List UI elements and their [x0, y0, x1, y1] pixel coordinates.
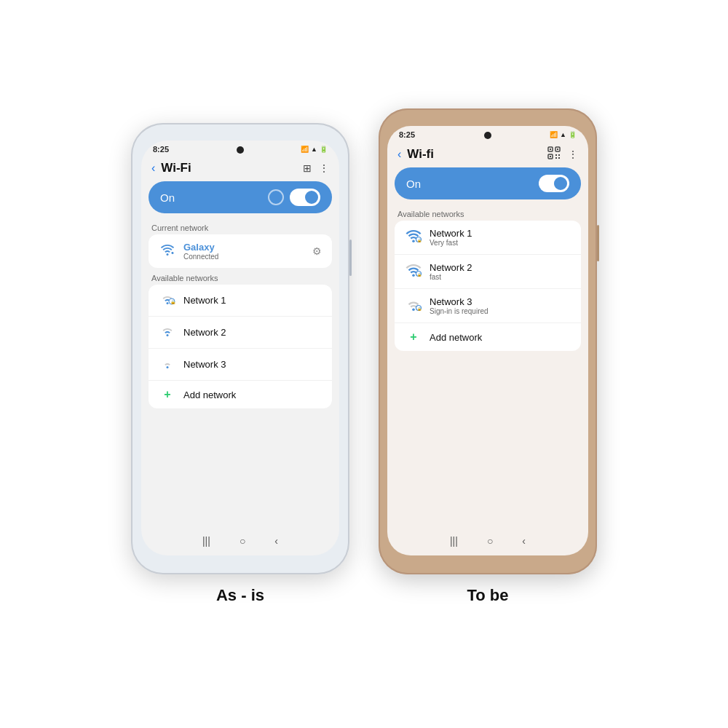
- page-title: Wi-Fi: [161, 161, 297, 175]
- network2-item-2[interactable]: 🔒 Network 2 fast: [395, 255, 581, 289]
- back-button-2[interactable]: ‹: [397, 148, 401, 161]
- available-networks-label-2: Available networks: [387, 205, 588, 221]
- nav-back[interactable]: ‹: [274, 535, 278, 547]
- status-time: 8:25: [153, 145, 169, 154]
- toggle-circle: [268, 189, 284, 205]
- network-info-1: Network 1: [183, 295, 322, 306]
- svg-text:🔒: 🔒: [417, 237, 422, 242]
- nav-recent[interactable]: |||: [202, 535, 210, 547]
- network2-info-2: Network 2 fast: [430, 262, 571, 281]
- wifi2-icon-2: 🔒: [405, 263, 422, 281]
- phone-tobe-screen: 8:25 📶 ▲ 🔋 ‹ Wi-fi: [387, 126, 588, 555]
- network2-item-1[interactable]: 🔒 Network 1 Very fast: [395, 221, 581, 255]
- add-network-item[interactable]: + Add network: [149, 381, 332, 408]
- phone-asis: 8:25 📶 ▲ 🔋 ‹ Wi-Fi ⊞ ⋮: [131, 123, 349, 605]
- back-button[interactable]: ‹: [151, 162, 155, 175]
- toggle-switch-2[interactable]: [539, 175, 569, 192]
- toggle-label: On: [160, 191, 175, 204]
- network-item-1[interactable]: 🔒 Network 1: [149, 285, 332, 317]
- settings-icon[interactable]: ⚙: [312, 245, 322, 257]
- phone-tobe-frame: 8:25 📶 ▲ 🔋 ‹ Wi-fi: [379, 108, 597, 574]
- signal-icon: 📶: [301, 146, 309, 153]
- phone-tobe: 8:25 📶 ▲ 🔋 ‹ Wi-fi: [379, 108, 597, 605]
- wifi2-icon-3: 🔒: [405, 297, 422, 315]
- top-icons-2: ⋮: [547, 146, 578, 162]
- toggle-switch[interactable]: [290, 189, 320, 206]
- network2-status-3: Sign-in is required: [430, 307, 571, 315]
- svg-rect-8: [550, 156, 551, 157]
- wifi2-icon-1: 🔒: [405, 229, 422, 247]
- top-icons: ⊞ ⋮: [303, 162, 329, 174]
- wifi-status-icon: ▲: [311, 146, 317, 153]
- current-network-item[interactable]: Galaxy Connected ⚙: [149, 234, 332, 268]
- available-networks-card-2: 🔒 Network 1 Very fast: [395, 221, 581, 351]
- available-networks-card: 🔒 Network 1: [149, 285, 332, 408]
- camera-dot: [237, 146, 244, 154]
- qr-icon[interactable]: [547, 146, 561, 162]
- nav-home[interactable]: ○: [240, 535, 245, 547]
- add-icon: +: [159, 388, 176, 401]
- phone-asis-screen: 8:25 📶 ▲ 🔋 ‹ Wi-Fi ⊞ ⋮: [141, 141, 339, 555]
- current-network-status: Connected: [183, 253, 305, 261]
- wifi-toggle-row[interactable]: On: [149, 181, 332, 213]
- side-button: [349, 240, 352, 276]
- battery-icon: 🔋: [320, 146, 328, 153]
- nav-recent-2[interactable]: |||: [450, 535, 458, 547]
- network-info-3: Network 3: [183, 359, 322, 370]
- available-networks-label: Available networks: [141, 269, 339, 285]
- top-bar: ‹ Wi-Fi ⊞ ⋮: [141, 155, 339, 181]
- page-title-2: Wi-fi: [407, 147, 542, 162]
- network-name-3: Network 3: [183, 359, 322, 370]
- wifi-icon-2: [159, 324, 176, 341]
- more-options-icon[interactable]: ⋮: [319, 162, 329, 174]
- status-time-2: 8:25: [399, 130, 415, 139]
- more-options-icon-2[interactable]: ⋮: [568, 149, 578, 160]
- wifi-status-icon-2: ▲: [560, 131, 566, 138]
- svg-text:🔒: 🔒: [170, 299, 176, 305]
- bottom-nav-2: ||| ○ ‹: [387, 535, 588, 547]
- status-icons: 📶 ▲ 🔋: [301, 146, 328, 153]
- network2-status-2: fast: [430, 273, 571, 281]
- svg-rect-6: [557, 149, 558, 150]
- bottom-nav: ||| ○ ‹: [141, 535, 339, 547]
- svg-rect-10: [558, 154, 560, 156]
- network-item-2[interactable]: Network 2: [149, 317, 332, 349]
- network2-item-3[interactable]: 🔒 Network 3 Sign-in is required: [395, 289, 581, 323]
- phones-comparison: 8:25 📶 ▲ 🔋 ‹ Wi-Fi ⊞ ⋮: [131, 108, 597, 605]
- network2-name-3: Network 3: [430, 296, 571, 307]
- add-network-item-2[interactable]: + Add network: [395, 323, 581, 351]
- svg-text:🔒: 🔒: [417, 272, 422, 277]
- network2-name-2: Network 2: [430, 262, 571, 273]
- svg-rect-9: [555, 154, 557, 156]
- network2-info-1: Network 1 Very fast: [430, 228, 571, 247]
- status-icons-2: 📶 ▲ 🔋: [550, 131, 577, 138]
- current-network-label: Current network: [141, 219, 339, 234]
- add-network-label: Add network: [183, 389, 236, 400]
- nav-home-2[interactable]: ○: [487, 535, 493, 547]
- current-network-name: Galaxy: [183, 242, 305, 253]
- svg-text:🔒: 🔒: [417, 306, 422, 311]
- current-network-card: Galaxy Connected ⚙: [149, 234, 332, 268]
- wifi-toggle-row-2[interactable]: On: [395, 167, 581, 199]
- svg-rect-4: [550, 149, 551, 150]
- add-network-label-2: Add network: [430, 332, 482, 343]
- side-button-2: [597, 225, 599, 261]
- current-network-info: Galaxy Connected: [183, 242, 305, 261]
- svg-rect-12: [558, 157, 560, 159]
- wifi-connected-icon: [159, 243, 176, 260]
- network2-name-1: Network 1: [430, 228, 571, 239]
- label-as-is: As - is: [131, 586, 349, 605]
- wifi-icon-1: 🔒: [159, 292, 176, 309]
- network-item-3[interactable]: Network 3: [149, 349, 332, 381]
- svg-point-0: [172, 252, 174, 254]
- network2-status-1: Very fast: [430, 239, 571, 247]
- top-bar-2: ‹ Wi-fi: [387, 141, 588, 167]
- battery-icon-2: 🔋: [569, 131, 577, 138]
- camera-dot-2: [484, 132, 491, 139]
- add-icon-2: +: [405, 331, 422, 344]
- label-to-be: To be: [379, 586, 597, 605]
- network-name-2: Network 2: [183, 327, 322, 338]
- wifi-qr-icon[interactable]: ⊞: [303, 162, 312, 174]
- nav-back-2[interactable]: ‹: [522, 535, 526, 547]
- phone-asis-frame: 8:25 📶 ▲ 🔋 ‹ Wi-Fi ⊞ ⋮: [131, 123, 349, 574]
